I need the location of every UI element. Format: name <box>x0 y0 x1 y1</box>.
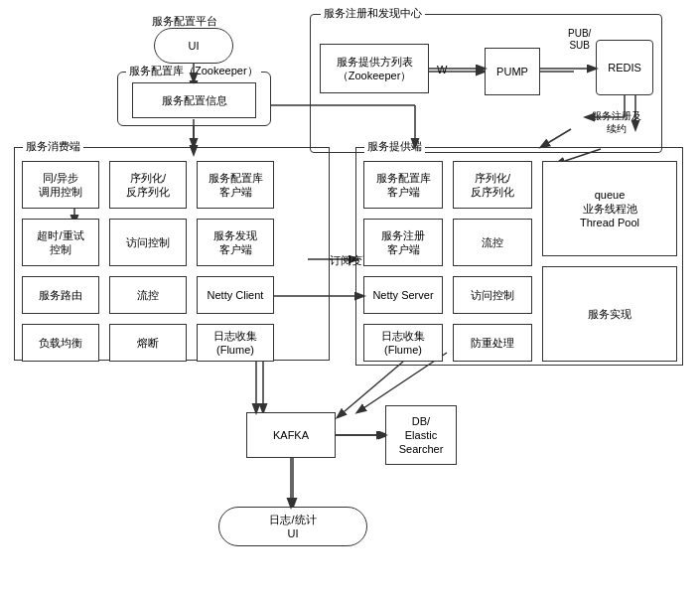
flow-control-box2: 流控 <box>453 219 532 266</box>
platform-label: 服务配置平台 <box>149 14 220 29</box>
ui-bottom-box: 日志/统计 UI <box>218 507 367 546</box>
service-route-box: 服务路由 <box>22 276 99 314</box>
config-client-box1: 服务配置库 客户端 <box>197 161 274 209</box>
access-control-box2: 访问控制 <box>453 276 532 314</box>
log-flume-box1: 日志收集 (Flume) <box>197 324 274 362</box>
serialize-box2: 序列化/ 反序列化 <box>453 161 532 209</box>
anti-replay-box: 防重处理 <box>453 324 532 362</box>
access-control-box1: 访问控制 <box>109 219 187 266</box>
log-flume-box2: 日志收集 (Flume) <box>363 324 443 362</box>
fuse-box: 熔断 <box>109 324 187 362</box>
register-client-box: 服务注册 客户端 <box>363 219 443 266</box>
consumer-group-label: 服务消费端 <box>23 139 83 154</box>
serialize-box1: 序列化/ 反序列化 <box>109 161 187 209</box>
config-client-box2: 服务配置库 客户端 <box>363 161 443 209</box>
provider-list-box: 服务提供方列表 （Zookeeper） <box>320 44 429 93</box>
w-label: W <box>437 64 447 75</box>
netty-client-box: Netty Client <box>197 276 274 314</box>
netty-server-box: Netty Server <box>363 276 443 314</box>
register-subscribe-label: 服务注册及续约 <box>592 109 641 135</box>
architecture-diagram: 服务配置平台 UI 服务配置库（Zookeeper） 服务配置信息 服务注册和发… <box>0 0 700 598</box>
service-impl-box: 服务实现 <box>542 266 677 362</box>
zookeeper-config-label: 服务配置库（Zookeeper） <box>126 64 261 78</box>
registry-center-label: 服务注册和发现中心 <box>321 6 425 21</box>
ui-top-box: UI <box>154 28 233 64</box>
pub-sub-label: PUB/SUB <box>568 28 591 52</box>
kafka-box: KAFKA <box>246 412 336 458</box>
flow-control-box1: 流控 <box>109 276 187 314</box>
config-info-box: 服务配置信息 <box>132 82 256 118</box>
queue-thread-box: queue 业务线程池 Thread Pool <box>542 161 677 256</box>
pump-box: PUMP <box>485 48 540 95</box>
load-balance-box: 负载均衡 <box>22 324 99 362</box>
service-discovery-box: 服务发现 客户端 <box>197 219 274 266</box>
db-elastic-box: DB/ Elastic Searcher <box>385 405 457 465</box>
timeout-box: 超时/重试 控制 <box>22 219 99 266</box>
provider-group-label: 服务提供端 <box>364 139 425 154</box>
redis-box: REDIS <box>596 40 653 95</box>
sync-async-box: 同/异步 调用控制 <box>22 161 99 209</box>
